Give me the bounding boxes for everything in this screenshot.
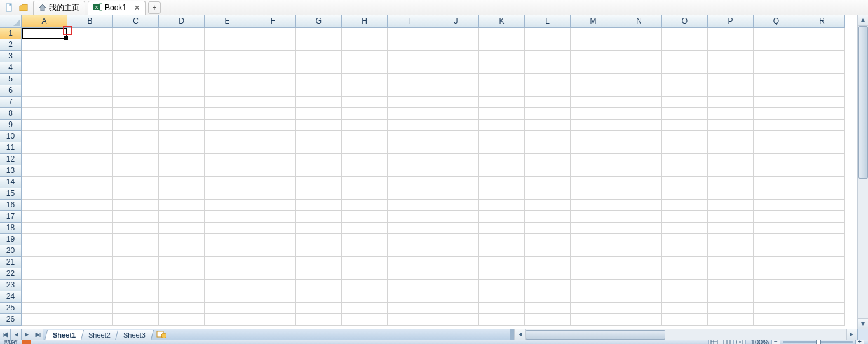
cell-Q8[interactable]	[754, 108, 799, 120]
cell-R26[interactable]	[799, 314, 845, 326]
cell-A5[interactable]	[22, 74, 67, 85]
cell-B4[interactable]	[67, 62, 113, 74]
cell-N16[interactable]	[616, 200, 662, 211]
cell-N3[interactable]	[616, 51, 662, 62]
cell-G25[interactable]	[296, 303, 342, 314]
cell-H19[interactable]	[342, 234, 388, 245]
cell-K20[interactable]	[479, 245, 525, 257]
cell-K3[interactable]	[479, 51, 525, 62]
cell-C15[interactable]	[113, 188, 159, 200]
cell-C14[interactable]	[113, 177, 159, 188]
cell-J11[interactable]	[433, 142, 479, 154]
cell-K14[interactable]	[479, 177, 525, 188]
cell-Q23[interactable]	[754, 280, 799, 291]
cell-E25[interactable]	[205, 303, 250, 314]
cell-H17[interactable]	[342, 211, 388, 223]
cell-J17[interactable]	[433, 211, 479, 223]
cell-H13[interactable]	[342, 165, 388, 177]
sheet-nav-prev[interactable]	[11, 329, 22, 340]
cell-K18[interactable]	[479, 223, 525, 234]
cell-L22[interactable]	[525, 268, 571, 280]
cell-A12[interactable]	[22, 154, 67, 165]
cell-A7[interactable]	[22, 97, 67, 108]
cell-E12[interactable]	[205, 154, 250, 165]
cell-L26[interactable]	[525, 314, 571, 326]
cell-M7[interactable]	[571, 97, 616, 108]
fill-handle[interactable]	[64, 36, 68, 40]
cell-R12[interactable]	[799, 154, 845, 165]
cell-M20[interactable]	[571, 245, 616, 257]
cell-D12[interactable]	[159, 154, 205, 165]
cell-A10[interactable]	[22, 131, 67, 142]
cell-L14[interactable]	[525, 177, 571, 188]
cell-P15[interactable]	[708, 188, 754, 200]
cell-O12[interactable]	[662, 154, 708, 165]
cell-K12[interactable]	[479, 154, 525, 165]
cell-L8[interactable]	[525, 108, 571, 120]
new-sheet-button[interactable]	[155, 329, 168, 340]
cell-J23[interactable]	[433, 280, 479, 291]
cell-Q5[interactable]	[754, 74, 799, 85]
zoom-slider[interactable]	[783, 341, 853, 343]
cell-J9[interactable]	[433, 120, 479, 131]
cell-I16[interactable]	[388, 200, 433, 211]
cell-D13[interactable]	[159, 165, 205, 177]
column-header-P[interactable]: P	[708, 15, 754, 28]
view-normal-button[interactable]	[708, 340, 721, 344]
cell-A11[interactable]	[22, 142, 67, 154]
cell-R7[interactable]	[799, 97, 845, 108]
cell-M26[interactable]	[571, 314, 616, 326]
cell-R10[interactable]	[799, 131, 845, 142]
cell-O15[interactable]	[662, 188, 708, 200]
cell-M15[interactable]	[571, 188, 616, 200]
cell-J25[interactable]	[433, 303, 479, 314]
cell-B18[interactable]	[67, 223, 113, 234]
cell-M10[interactable]	[571, 131, 616, 142]
column-header-N[interactable]: N	[616, 15, 662, 28]
cell-M17[interactable]	[571, 211, 616, 223]
cell-Q7[interactable]	[754, 97, 799, 108]
cell-O8[interactable]	[662, 108, 708, 120]
cell-N24[interactable]	[616, 291, 662, 303]
cell-N13[interactable]	[616, 165, 662, 177]
cell-C24[interactable]	[113, 291, 159, 303]
cell-J8[interactable]	[433, 108, 479, 120]
cell-H4[interactable]	[342, 62, 388, 74]
cell-A19[interactable]	[22, 234, 67, 245]
cell-D4[interactable]	[159, 62, 205, 74]
cell-G21[interactable]	[296, 257, 342, 268]
cell-O6[interactable]	[662, 85, 708, 97]
cell-A23[interactable]	[22, 280, 67, 291]
sheet-tab-sheet3[interactable]: Sheet3	[115, 330, 154, 340]
cell-B14[interactable]	[67, 177, 113, 188]
cell-F18[interactable]	[250, 223, 296, 234]
row-header-5[interactable]: 5	[0, 74, 22, 85]
cell-N10[interactable]	[616, 131, 662, 142]
cell-C1[interactable]	[113, 28, 159, 39]
horizontal-scrollbar[interactable]	[514, 329, 857, 340]
row-header-4[interactable]: 4	[0, 62, 22, 74]
cell-Q26[interactable]	[754, 314, 799, 326]
cell-I18[interactable]	[388, 223, 433, 234]
cell-E1[interactable]	[205, 28, 250, 39]
cell-Q17[interactable]	[754, 211, 799, 223]
cell-R24[interactable]	[799, 291, 845, 303]
cell-E5[interactable]	[205, 74, 250, 85]
cell-F1[interactable]	[250, 28, 296, 39]
cell-G20[interactable]	[296, 245, 342, 257]
cell-K1[interactable]	[479, 28, 525, 39]
cell-N11[interactable]	[616, 142, 662, 154]
cell-C9[interactable]	[113, 120, 159, 131]
cell-L21[interactable]	[525, 257, 571, 268]
cell-P23[interactable]	[708, 280, 754, 291]
cell-N14[interactable]	[616, 177, 662, 188]
column-header-F[interactable]: F	[250, 15, 296, 28]
cell-C6[interactable]	[113, 85, 159, 97]
cell-P12[interactable]	[708, 154, 754, 165]
cell-O26[interactable]	[662, 314, 708, 326]
cell-K8[interactable]	[479, 108, 525, 120]
row-header-9[interactable]: 9	[0, 120, 22, 131]
cell-M14[interactable]	[571, 177, 616, 188]
cell-E8[interactable]	[205, 108, 250, 120]
cell-I20[interactable]	[388, 245, 433, 257]
